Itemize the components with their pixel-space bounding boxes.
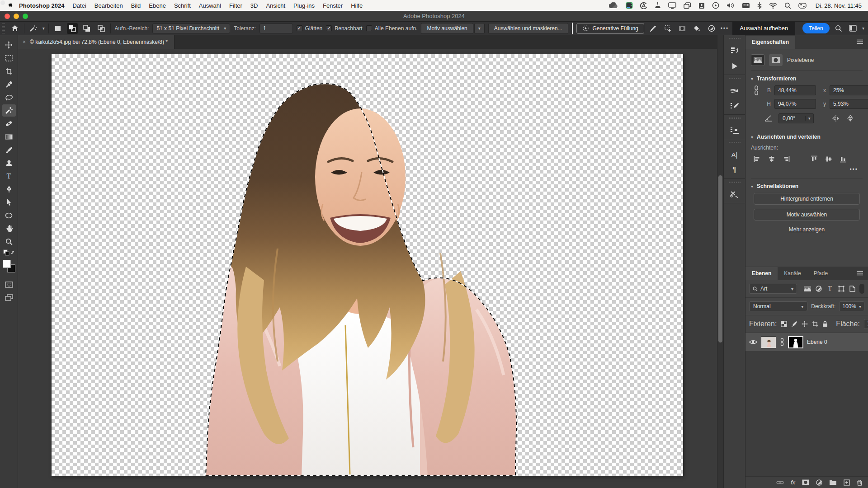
filter-toggle-switch[interactable] — [859, 284, 864, 294]
actions-icon[interactable] — [728, 61, 741, 71]
healing-tool[interactable] — [2, 117, 16, 130]
menu-bild[interactable]: Bild — [127, 2, 145, 9]
brush-tool[interactable] — [2, 144, 16, 156]
search-icon[interactable] — [833, 23, 844, 34]
align-center-h-icon[interactable] — [768, 155, 775, 163]
stack-icon[interactable] — [684, 2, 691, 9]
minimize-window-button[interactable] — [14, 14, 19, 19]
magic-wand-tool[interactable] — [2, 104, 16, 117]
apple-logo-icon[interactable] — [6, 2, 13, 9]
filter-type-icon[interactable]: T — [826, 285, 834, 292]
width-input[interactable]: 48,44% — [774, 85, 816, 95]
tool-preset-chevron-icon[interactable]: ▾ — [42, 26, 45, 31]
x-input[interactable]: 25% — [830, 85, 868, 95]
keyboard-icon[interactable] — [742, 3, 750, 9]
layer-row[interactable]: Ebene 0 — [745, 333, 868, 351]
menu-hilfe[interactable]: Hilfe — [347, 2, 367, 9]
filter-shape-icon[interactable] — [837, 286, 845, 292]
document-canvas[interactable] — [52, 54, 683, 476]
brushes-icon[interactable] — [728, 85, 741, 95]
marquee-tool[interactable] — [2, 52, 16, 64]
y-input[interactable]: 5,93% — [830, 99, 868, 109]
document-tab[interactable]: × © kaikutzki54.jpg bei 72,8% (Ebene 0, … — [18, 35, 175, 49]
all-layers-checkbox[interactable]: Alle Ebenen aufn. — [366, 25, 418, 32]
brush-settings-icon[interactable] — [728, 101, 741, 111]
blend-mode-select[interactable]: Normal ▾ — [749, 301, 807, 311]
remove-background-button[interactable]: Hintergrund entfernen — [754, 193, 860, 205]
hand-tool[interactable] — [2, 222, 16, 235]
contiguous-checkbox[interactable]: Benachbart — [326, 25, 362, 32]
tab-pfade[interactable]: Pfade — [807, 267, 834, 280]
height-input[interactable]: 94,07% — [774, 99, 816, 109]
tab-eigenschaften[interactable]: Eigenschaften — [745, 36, 795, 49]
vertical-scrollbar[interactable] — [717, 35, 723, 488]
app-icon[interactable] — [626, 2, 633, 9]
layer-mask-thumbnail[interactable] — [788, 336, 803, 348]
tab-ebenen[interactable]: Ebenen — [745, 267, 778, 280]
add-selection-icon[interactable] — [662, 23, 673, 34]
zoom-tool[interactable] — [2, 235, 16, 248]
generative-fill-button[interactable]: Generative Füllung — [576, 23, 644, 34]
select-subject-chevron[interactable]: ▾ — [474, 23, 485, 34]
menubar-clock[interactable]: Di. 28. Nov. 11:45 — [814, 2, 862, 9]
play-circle-icon[interactable] — [712, 2, 719, 9]
show-more-link[interactable]: Mehr anzeigen — [751, 225, 863, 239]
clone-stamp-tool[interactable] — [2, 157, 16, 169]
layer-visibility-icon[interactable] — [749, 339, 757, 345]
bluetooth-icon[interactable] — [757, 2, 762, 9]
mask-thumb-icon[interactable] — [769, 54, 783, 66]
zoom-window-button[interactable] — [23, 14, 28, 19]
flip-vertical-icon[interactable] — [846, 115, 854, 122]
layer-thumbnail[interactable] — [761, 336, 776, 348]
menu-auswahl[interactable]: Auswahl — [195, 2, 225, 9]
pixel-layer-thumb-icon[interactable] — [751, 54, 764, 66]
layer-style-icon[interactable]: fx — [791, 479, 795, 486]
opacity-input[interactable]: 100% ▾ — [839, 301, 864, 311]
transform-section-header[interactable]: ▾ Transformieren — [751, 71, 863, 85]
lock-all-icon[interactable] — [822, 321, 828, 327]
filter-pixel-icon[interactable] — [803, 286, 811, 291]
shape-tool[interactable] — [2, 209, 16, 221]
smooth-checkbox[interactable]: Glätten — [297, 25, 323, 32]
select-subject-quick-button[interactable]: Motiv auswählen — [754, 209, 860, 221]
clone-source-icon[interactable] — [728, 125, 741, 135]
menu-schrift[interactable]: Schrift — [170, 2, 195, 9]
add-mask-icon[interactable] — [802, 479, 809, 485]
menu-3d[interactable]: 3D — [246, 2, 262, 9]
align-more-icon[interactable]: ••• — [751, 164, 863, 178]
cleanmymac-icon[interactable] — [640, 2, 647, 9]
character-icon[interactable]: A| — [728, 150, 741, 160]
layer-filter-select[interactable]: Art ▾ — [749, 284, 797, 294]
more-options-icon[interactable]: ••• — [721, 25, 729, 32]
menu-bearbeiten[interactable]: Bearbeiten — [90, 2, 127, 9]
align-bottom-icon[interactable] — [840, 155, 847, 163]
menu-filter[interactable]: Filter — [225, 2, 246, 9]
fill-bucket-icon[interactable] — [691, 23, 702, 34]
selection-add-icon[interactable] — [67, 23, 78, 34]
tolerance-input[interactable]: 1 — [259, 23, 293, 33]
flip-horizontal-icon[interactable] — [832, 115, 840, 122]
align-right-icon[interactable] — [783, 155, 790, 163]
menu-datei[interactable]: Datei — [68, 2, 90, 9]
quick-actions-header[interactable]: ▾ Schnellaktionen — [751, 178, 863, 193]
volume-icon[interactable] — [726, 2, 735, 9]
menu-plugins[interactable]: Plug-ins — [289, 2, 319, 9]
close-window-button[interactable] — [5, 14, 10, 19]
paragraph-icon[interactable]: ¶ — [728, 165, 741, 175]
history-icon[interactable] — [728, 46, 741, 56]
magic-wand-preset-icon[interactable] — [28, 23, 39, 34]
link-dimensions-icon[interactable] — [754, 85, 761, 95]
link-layers-icon[interactable] — [776, 480, 784, 485]
fill-input[interactable]: 100% ▾ — [864, 319, 868, 329]
foreground-background-swatches[interactable] — [2, 259, 16, 273]
tools-icon[interactable] — [728, 189, 741, 199]
layer-mask-link-icon[interactable] — [780, 338, 784, 346]
tab-kanaele[interactable]: Kanäle — [778, 267, 807, 280]
gradient-tool[interactable] — [2, 131, 16, 143]
lock-artboard-icon[interactable] — [812, 321, 818, 327]
wifi-icon[interactable] — [769, 2, 777, 9]
contrast-icon[interactable] — [706, 23, 717, 34]
close-tab-icon[interactable]: × — [23, 39, 26, 45]
menu-app[interactable]: Photoshop 2024 — [15, 2, 68, 9]
swap-colors-icon[interactable] — [2, 249, 16, 257]
